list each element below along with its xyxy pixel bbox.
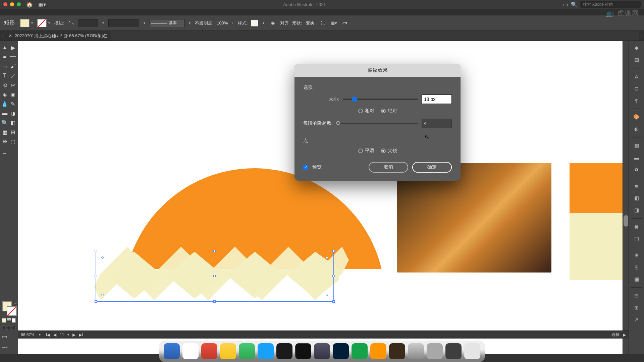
line-segment-tool[interactable]: ／ (9, 71, 17, 80)
workspace-switcher-icon[interactable]: ▭ (563, 1, 568, 8)
chevron-down-icon[interactable]: ▾ (143, 21, 146, 25)
scissors-tool[interactable]: ✂ (9, 80, 17, 90)
dock-app[interactable] (352, 343, 368, 359)
next-artboard-icon[interactable]: ▶ (71, 333, 76, 337)
prev-artboard-icon[interactable]: ◀ (52, 333, 57, 337)
color-panel-icon[interactable]: 🎨 (631, 112, 642, 122)
last-artboard-icon[interactable]: ▶I (78, 333, 84, 337)
opacity-value[interactable]: 100% (217, 20, 228, 25)
ridges-slider[interactable] (336, 123, 418, 124)
draw-behind-icon[interactable] (7, 325, 11, 330)
arrange-docs-icon[interactable]: ▦▾ (38, 1, 46, 8)
libraries-panel-icon[interactable]: ▤ (631, 55, 642, 65)
chevron-down-icon[interactable]: ▾ (101, 21, 105, 25)
paragraph-panel-icon[interactable]: ¶ (631, 96, 642, 106)
appearance-panel-icon[interactable]: ◉ (631, 222, 642, 232)
resize-handle-sw[interactable] (95, 300, 97, 303)
free-transform-tool[interactable]: ▣ (9, 90, 17, 99)
chevron-down-icon[interactable]: ▾ (262, 21, 265, 25)
dock-app[interactable] (370, 343, 386, 359)
chevron-right-icon[interactable]: › (231, 21, 234, 25)
dock-app[interactable] (258, 343, 274, 359)
chevron-down-icon[interactable]: ▾ (38, 333, 42, 337)
opentype-panel-icon[interactable]: O (631, 83, 642, 94)
fill-color-control[interactable]: ▾ (20, 19, 34, 27)
dock-app[interactable] (182, 343, 199, 359)
dock-app[interactable] (408, 343, 424, 359)
preview-checkbox[interactable]: ✓ (303, 165, 308, 170)
selection-bounding-box[interactable] (96, 251, 334, 302)
blend-tool[interactable]: ◑ (9, 109, 17, 118)
curvature-tool[interactable]: 〰 (9, 52, 17, 62)
artboard-tool[interactable]: ▢ (9, 137, 17, 146)
direct-selection-tool[interactable]: ▶ (9, 43, 17, 52)
first-artboard-icon[interactable]: I◀ (45, 333, 51, 337)
home-icon[interactable]: 🏠 (26, 1, 33, 8)
shape-label2[interactable]: 形状: (292, 20, 302, 26)
dock-app[interactable] (239, 343, 255, 359)
swap-fill-stroke-icon[interactable]: ⤢ (14, 301, 17, 305)
gradient-panel-icon[interactable]: ◧ (631, 193, 642, 203)
corner-widget-nw[interactable] (101, 256, 104, 259)
transparency-panel-icon[interactable]: ◨ (631, 205, 642, 215)
absolute-radio[interactable]: 绝对 (381, 108, 397, 114)
stroke-weight-input[interactable] (78, 19, 98, 27)
pen-tool[interactable]: ✒ (1, 52, 9, 62)
corner-widget-sw[interactable] (101, 294, 104, 296)
mesh-tool[interactable]: ⊞ (9, 127, 17, 137)
size-slider[interactable] (343, 99, 418, 100)
corner-radio[interactable]: 尖锐 (381, 148, 397, 154)
gradient-mode-icon[interactable] (7, 318, 11, 323)
stroke-color-swatch[interactable] (37, 19, 47, 27)
collapse-right-button[interactable]: » (639, 31, 644, 41)
eyedropper-tool[interactable]: 💧 (1, 99, 9, 109)
symbol-sprayer-tool[interactable]: ❋ (1, 137, 9, 146)
artboard-navigation[interactable]: I◀ ◀ 11 ▾ ▶ ▶I (45, 333, 84, 337)
chevron-down-icon[interactable]: ▾ (30, 21, 34, 25)
isolate-icon[interactable]: ⛶ (319, 19, 327, 27)
resize-handle-nw[interactable] (95, 250, 97, 252)
color-picker[interactable]: ⤢ ▭ ••• (1, 300, 17, 352)
none-mode-icon[interactable] (12, 318, 16, 323)
smooth-radio[interactable]: 平滑 (358, 148, 374, 154)
screen-mode-icon[interactable]: ▭ (2, 334, 16, 340)
resize-handle-e[interactable] (332, 275, 335, 277)
fill-color-swatch[interactable] (20, 19, 30, 27)
ridges-input[interactable] (422, 119, 452, 128)
paintbrush-tool[interactable]: 🖌 (9, 62, 17, 71)
close-window-button[interactable] (3, 2, 7, 6)
dock-app-finder[interactable] (164, 343, 180, 359)
draw-inside-icon[interactable] (12, 325, 16, 330)
swatches-panel-icon[interactable]: ▦ (631, 140, 642, 150)
symbols-panel-icon[interactable]: ✿ (631, 165, 642, 175)
resize-handle-ne[interactable] (332, 250, 335, 252)
help-search-input[interactable] (580, 1, 641, 8)
scrollbar-thumb[interactable] (624, 215, 628, 227)
color-guide-panel-icon[interactable]: ◐ (631, 124, 642, 134)
variable-width-profile[interactable] (108, 19, 139, 27)
resize-handle-w[interactable] (95, 275, 97, 277)
transform-icon[interactable]: ↗▾ (340, 19, 348, 27)
shape-builder-tool[interactable]: ◈ (1, 90, 9, 99)
dock-app[interactable] (295, 343, 311, 359)
dock-app[interactable] (276, 343, 292, 359)
selection-tool[interactable]: ▲ (1, 43, 9, 52)
stroke-stepper-icon[interactable]: ⌃⌄ (68, 20, 75, 25)
dock-app[interactable] (389, 343, 405, 359)
relative-radio[interactable]: 相对 (358, 108, 374, 114)
vertical-scrollbar[interactable] (623, 41, 629, 354)
hscroll-right-icon[interactable]: ▶ (623, 333, 626, 337)
size-input[interactable] (422, 95, 452, 104)
rectangle-tool[interactable]: ▭ (1, 62, 9, 71)
align-panel-icon[interactable]: ⊟ (631, 291, 642, 301)
dock-app[interactable] (201, 343, 217, 359)
slice-tool[interactable]: ⎯ (1, 146, 9, 156)
dock-app[interactable] (220, 343, 236, 359)
resize-handle-se[interactable] (332, 300, 335, 303)
stroke-box[interactable] (7, 306, 17, 316)
chevron-down-icon[interactable]: ▾ (188, 21, 192, 25)
character-panel-icon[interactable]: A (631, 71, 642, 81)
corner-widget-se[interactable] (326, 294, 328, 296)
document-tab[interactable]: ✕ 20220701海上点心铺.ai* @ 66.67% (RGB/预览) (5, 31, 111, 41)
graphic-styles-panel-icon[interactable]: ▢ (631, 234, 642, 244)
